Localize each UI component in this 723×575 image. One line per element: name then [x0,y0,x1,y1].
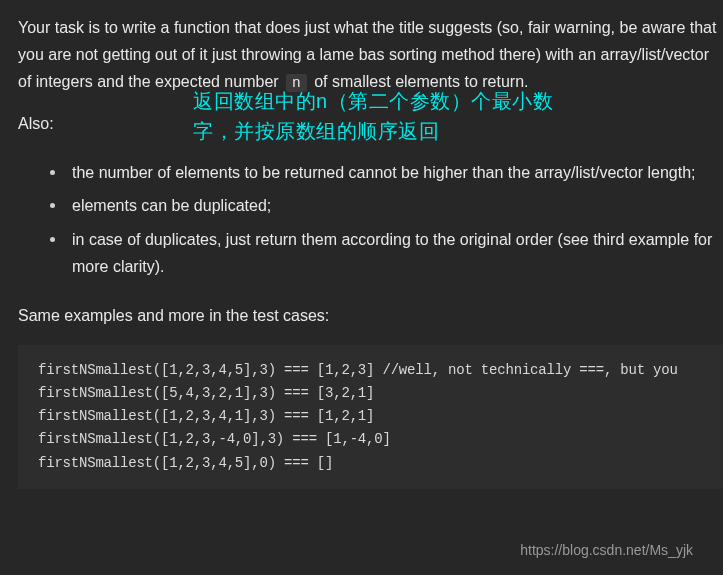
task-description: Your task is to write a function that do… [18,14,723,96]
annotation-line1: 返回数组中的n（第二个参数）个最小数 [193,90,553,112]
examples-intro: Same examples and more in the test cases… [18,302,723,329]
code-line: firstNSmallest([1,2,3,4,1],3) === [1,2,1… [38,408,374,424]
requirements-list: the number of elements to be returned ca… [18,159,723,280]
code-line: firstNSmallest([1,2,3,-4,0],3) === [1,-4… [38,431,391,447]
code-block: firstNSmallest([1,2,3,4,5],3) === [1,2,3… [18,345,723,488]
code-line: firstNSmallest([5,4,3,2,1],3) === [3,2,1… [38,385,374,401]
list-item: elements can be duplicated; [56,192,723,219]
list-item: the number of elements to be returned ca… [56,159,723,186]
code-line: firstNSmallest([1,2,3,4,5],0) === [] [38,455,333,471]
watermark: https://blog.csdn.net/Ms_yjk [520,539,693,563]
chinese-annotation: 返回数组中的n（第二个参数）个最小数 字，并按原数组的顺序返回 [193,86,553,146]
code-line: firstNSmallest([1,2,3,4,5],3) === [1,2,3… [38,362,678,378]
list-item: in case of duplicates, just return them … [56,226,723,280]
annotation-line2: 字，并按原数组的顺序返回 [193,120,439,142]
